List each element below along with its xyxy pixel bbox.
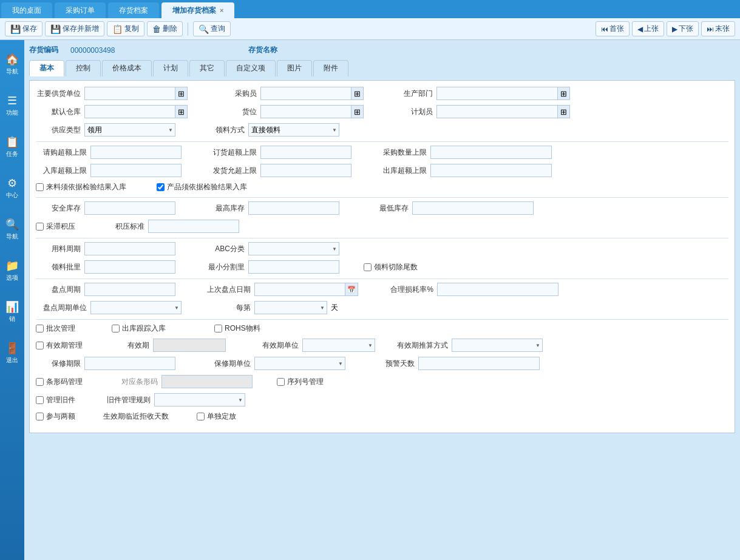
inbound-over-limit-input[interactable] — [90, 164, 182, 177]
sidebar-item-exit[interactable]: 🚪 退出 — [2, 335, 22, 371]
last-inventory-date-input[interactable] — [254, 283, 345, 296]
expiry-mgmt-checkbox[interactable] — [36, 342, 44, 349]
field-expiry-calc: 有效期推算方式 — [397, 339, 543, 352]
sidebar-item-center[interactable]: ⚙ 中心 — [2, 170, 22, 206]
tab-inventory-archive[interactable]: 存货档案 — [108, 2, 159, 18]
delete-button[interactable]: 🗑 删除 — [147, 21, 183, 36]
field-reasonable-loss: 合理损耗率% — [382, 283, 558, 296]
old-part-mgmt-checkbox[interactable] — [36, 396, 44, 404]
production-dept-input[interactable] — [436, 87, 558, 100]
serial-mgmt-label: 序列号管理 — [287, 377, 324, 387]
product-check-checkbox[interactable] — [157, 183, 165, 191]
field-inventory-period: 盘点周期 — [36, 283, 175, 296]
sidebar-item-nav1[interactable]: 🏠 导航 — [2, 46, 22, 83]
warranty-period-input[interactable] — [84, 357, 175, 370]
single-supply-checkbox[interactable] — [197, 413, 205, 420]
field-outbound-over-limit: 出库超额上限 — [376, 164, 552, 177]
row-last-checkbox[interactable] — [36, 413, 44, 420]
tab-plan[interactable]: 计划 — [153, 60, 188, 76]
sidebar-item-sales[interactable]: 📊 销 — [2, 294, 22, 330]
warehouse-lookup-btn[interactable]: ⊞ — [175, 105, 188, 118]
inventory-code-value: 00000003498 — [70, 46, 115, 55]
supply-type-select[interactable]: 领用 — [84, 123, 175, 137]
warehouse-input[interactable] — [84, 105, 175, 118]
save-button[interactable]: 💾 保存 — [5, 21, 42, 36]
inventory-period-input[interactable] — [84, 283, 175, 296]
tab-custom[interactable]: 自定义项 — [226, 60, 276, 76]
usage-period-label: 用料周期 — [36, 244, 84, 254]
production-dept-lookup-btn[interactable]: ⊞ — [558, 87, 570, 100]
calendar-btn[interactable] — [345, 283, 358, 296]
save-and-new-button[interactable]: 💾 保存并新增 — [45, 21, 104, 36]
last-button[interactable]: ⏭ 末张 — [701, 21, 735, 36]
first-button[interactable]: ⏮ 首张 — [596, 21, 630, 36]
query-button[interactable]: 🔍 查询 — [193, 21, 231, 36]
serial-mgmt-checkbox[interactable] — [277, 378, 285, 386]
close-icon[interactable]: × — [220, 7, 223, 14]
warranty-period-label: 保修期限 — [36, 359, 84, 369]
production-dept-label: 生产部门 — [388, 89, 436, 99]
rohs-checkbox[interactable] — [214, 325, 222, 332]
tab-image[interactable]: 图片 — [277, 60, 312, 76]
purchase-over-limit-input[interactable] — [90, 146, 182, 159]
accumulate-pressure-checkbox[interactable] — [36, 223, 44, 231]
safety-stock-input[interactable] — [84, 201, 175, 215]
reasonable-loss-input[interactable] — [437, 283, 558, 296]
purchase-qty-limit-input[interactable] — [430, 146, 552, 159]
pressure-standard-input[interactable] — [148, 220, 239, 233]
tab-attachment[interactable]: 附件 — [313, 60, 348, 76]
usage-period-input[interactable] — [84, 242, 175, 255]
rohs-label: ROHS物料 — [225, 323, 260, 334]
order-over-limit-input[interactable] — [260, 146, 351, 159]
row-last: 参与两额 生效期临近拒收天数 单独定放 — [36, 411, 728, 422]
shipping-over-limit-input[interactable] — [260, 164, 351, 177]
copy-button[interactable]: 📋 复制 — [107, 21, 144, 36]
main-supplier-lookup-btn[interactable]: ⊞ — [175, 87, 188, 100]
sidebar-item-nav2[interactable]: 🔍 导航 — [2, 211, 22, 248]
row-barcode: 条形码管理 对应条形码 序列号管理 — [36, 375, 728, 388]
planner-lookup-btn[interactable]: ⊞ — [558, 105, 570, 118]
tab-purchase-order[interactable]: 采购订单 — [55, 2, 106, 18]
sidebar-item-task[interactable]: 📋 任务 — [2, 129, 22, 165]
tab-other[interactable]: 其它 — [189, 60, 225, 76]
tab-basic[interactable]: 基本 — [29, 60, 64, 76]
main-supplier-input[interactable] — [84, 87, 175, 100]
inventory-period-unit-select[interactable] — [90, 301, 182, 314]
row-batch-mgmt: 批次管理 出库跟踪入库 ROHS物料 — [36, 323, 728, 334]
min-stock-input[interactable] — [412, 201, 534, 215]
location-input[interactable] — [260, 105, 351, 118]
purchaser-lookup-btn[interactable]: ⊞ — [351, 87, 364, 100]
warning-days-input[interactable] — [418, 357, 540, 370]
field-material-method: 领料方式 直接领料 — [200, 123, 339, 137]
tab-add-inventory[interactable]: 增加存货档案 × — [161, 2, 234, 18]
abc-class-select[interactable] — [248, 242, 339, 255]
tail-cut-checkbox[interactable] — [364, 263, 372, 271]
max-stock-input[interactable] — [248, 201, 339, 215]
tab-control[interactable]: 控制 — [66, 60, 101, 76]
row-inventory-period-unit: 盘点周期单位 每第 天 — [36, 301, 728, 314]
barcode-mgmt-checkbox[interactable] — [36, 378, 44, 386]
every-select[interactable] — [254, 301, 327, 314]
next-button[interactable]: ▶ 下张 — [667, 21, 699, 36]
warranty-unit-select[interactable] — [254, 357, 345, 370]
material-method-select[interactable]: 直接领料 — [248, 123, 339, 137]
outbound-over-limit-input[interactable] — [430, 164, 552, 177]
min-split-input[interactable] — [248, 260, 339, 274]
field-inbound-over-limit: 入库超额上限 — [36, 164, 182, 177]
grid-icon4: ⊞ — [178, 107, 185, 116]
material-batch-input[interactable] — [84, 260, 175, 274]
outbound-track-checkbox[interactable] — [112, 325, 120, 332]
tab-price-cost[interactable]: 价格成本 — [102, 60, 152, 76]
warranty-unit-label: 保修期单位 — [200, 359, 254, 369]
purchaser-input[interactable] — [260, 87, 351, 100]
sidebar-item-options[interactable]: 📁 选项 — [2, 252, 22, 289]
batch-mgmt-checkbox[interactable] — [36, 325, 44, 332]
field-default-warehouse: 默认仓库 ⊞ — [36, 105, 188, 118]
prev-button[interactable]: ◀ 上张 — [632, 21, 664, 36]
planner-input[interactable] — [436, 105, 558, 118]
tab-my-desktop[interactable]: 我的桌面 — [1, 2, 52, 18]
raw-material-check-checkbox[interactable] — [36, 183, 44, 191]
location-lookup-btn[interactable]: ⊞ — [351, 105, 364, 118]
last-inventory-date-label: 上次盘点日期 — [200, 285, 254, 295]
sidebar-item-function[interactable]: ☰ 功能 — [2, 87, 22, 124]
